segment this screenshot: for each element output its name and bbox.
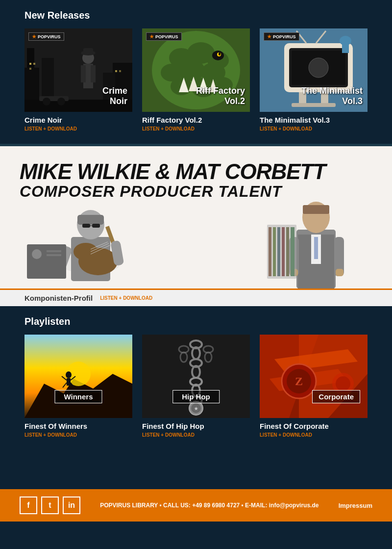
svg-point-14 xyxy=(57,98,65,105)
minimalist-cover: ★ POPVIRUS xyxy=(260,28,368,112)
svg-rect-50 xyxy=(342,44,349,53)
new-releases-title: New Releases xyxy=(24,10,368,21)
popvirus-badge-crime-noir: ★ POPVIRUS xyxy=(28,32,64,41)
komponisten-label: Komponisten-Profil xyxy=(24,294,93,302)
svg-point-123 xyxy=(336,376,350,391)
footer-spacer xyxy=(0,450,392,489)
star-icon: ★ xyxy=(267,34,271,39)
svg-rect-72 xyxy=(47,254,61,256)
svg-text:Z: Z xyxy=(295,375,303,388)
footer-social: f t in xyxy=(20,497,80,514)
crime-noir-title: Crime Noir xyxy=(24,116,132,124)
svg-rect-9 xyxy=(115,70,117,72)
svg-rect-59 xyxy=(92,224,100,228)
winners-svg xyxy=(24,335,132,418)
playlist-corporate: Z Corporate Finest Of Corporate LISTEN +… xyxy=(260,335,368,438)
svg-rect-7 xyxy=(33,63,35,65)
svg-point-38 xyxy=(219,52,220,55)
svg-rect-87 xyxy=(282,227,285,276)
footer-info: POPVIRUS LIBRARY • CALL US: +49 89 6980 … xyxy=(80,502,339,509)
hiphop-svg: ★ xyxy=(142,335,250,418)
svg-rect-71 xyxy=(47,250,61,252)
star-icon: ★ xyxy=(32,34,36,39)
facebook-button[interactable]: f xyxy=(20,497,37,514)
playlist-hiphop: ★ Hip Hop Finest Of Hip Hop LISTEN + DOW… xyxy=(142,335,250,438)
album-riff-factory: ★ POPVIRUS xyxy=(142,28,250,131)
banner-title-line2: COMPOSER PRODUCER TALENT xyxy=(20,183,325,201)
banner-section: MIKE WILKIE & MAT CORBETT COMPOSER PRODU… xyxy=(0,146,392,288)
riff-factory-title: Riff Factory Vol.2 xyxy=(142,116,250,124)
twitter-button[interactable]: t xyxy=(41,497,59,514)
hiphop-cover: ★ Hip Hop xyxy=(142,335,250,418)
svg-rect-10 xyxy=(119,70,121,72)
svg-rect-86 xyxy=(277,227,280,276)
svg-rect-89 xyxy=(291,227,294,276)
svg-rect-6 xyxy=(29,63,31,65)
svg-point-93 xyxy=(66,371,72,378)
popvirus-badge-minimalist: ★ POPVIRUS xyxy=(264,32,299,41)
playlisten-section: Playlisten xyxy=(0,306,392,450)
corporate-svg: Z xyxy=(260,335,368,418)
minimalist-listen[interactable]: LISTEN + DOWNLOAD xyxy=(260,126,368,131)
footer: f t in POPVIRUS LIBRARY • CALL US: +49 8… xyxy=(0,489,392,522)
komponisten-link[interactable]: LISTEN + DOWNLOAD xyxy=(100,295,152,301)
corporate-cover: Z Corporate xyxy=(260,335,368,418)
corporate-title: Finest Of Corporate xyxy=(260,422,368,430)
hiphop-label: Hip Hop xyxy=(172,390,220,403)
albums-grid: ★ POPVIRUS xyxy=(24,28,368,131)
banner-text: MIKE WILKIE & MAT CORBETT COMPOSER PRODU… xyxy=(20,161,325,201)
svg-rect-8 xyxy=(29,68,31,70)
winners-title: Finest Of Winners xyxy=(24,422,132,430)
svg-rect-69 xyxy=(27,244,66,279)
svg-rect-58 xyxy=(82,224,90,228)
svg-point-62 xyxy=(74,243,98,261)
star-icon: ★ xyxy=(149,34,154,39)
corporate-listen[interactable]: LISTEN + DOWNLOAD xyxy=(260,432,368,438)
svg-rect-82 xyxy=(336,269,343,276)
svg-rect-70 xyxy=(32,249,42,259)
komponisten-bar: Komponisten-Profil LISTEN + DOWNLOAD xyxy=(0,288,392,306)
svg-rect-84 xyxy=(269,227,271,276)
svg-rect-18 xyxy=(91,65,96,82)
popvirus-badge-riff: ★ POPVIRUS xyxy=(146,32,182,41)
svg-rect-94 xyxy=(67,378,71,386)
playlists-grid: Winners Finest Of Winners LISTEN + DOWNL… xyxy=(24,335,368,438)
riff-factory-listen[interactable]: LISTEN + DOWNLOAD xyxy=(142,126,250,131)
svg-point-48 xyxy=(309,58,328,78)
crime-noir-overlay: Crime Noir xyxy=(102,86,127,107)
minimalist-overlay: The Minimalist Vol.3 xyxy=(301,86,363,107)
album-crime-noir: ★ POPVIRUS xyxy=(24,28,132,131)
svg-rect-20 xyxy=(83,48,93,54)
hiphop-title: Finest Of Hip Hop xyxy=(142,422,250,430)
svg-rect-88 xyxy=(286,227,289,276)
svg-rect-57 xyxy=(77,215,104,225)
svg-rect-85 xyxy=(273,227,276,276)
playlist-winners: Winners Finest Of Winners LISTEN + DOWNL… xyxy=(24,335,132,438)
crime-noir-cover: ★ POPVIRUS xyxy=(24,28,132,112)
hiphop-listen[interactable]: LISTEN + DOWNLOAD xyxy=(142,432,250,438)
svg-rect-17 xyxy=(81,65,86,82)
playlisten-title: Playlisten xyxy=(24,316,368,327)
svg-rect-78 xyxy=(314,237,318,259)
riff-factory-overlay: Riff Factory Vol.2 xyxy=(196,86,245,107)
winners-listen[interactable]: LISTEN + DOWNLOAD xyxy=(24,432,132,438)
minimalist-title: The Minimalist Vol.3 xyxy=(260,116,368,124)
svg-point-13 xyxy=(43,98,50,105)
album-minimalist: ★ POPVIRUS xyxy=(260,28,368,131)
crime-noir-listen[interactable]: LISTEN + DOWNLOAD xyxy=(24,126,132,131)
banner-title-line1: MIKE WILKIE & MAT CORBETT xyxy=(20,161,325,183)
linkedin-button[interactable]: in xyxy=(63,497,80,514)
impressum-link[interactable]: Impressum xyxy=(339,502,372,509)
winners-cover: Winners xyxy=(24,335,132,418)
svg-rect-75 xyxy=(303,205,329,214)
winners-label: Winners xyxy=(54,390,102,403)
corporate-label: Corporate xyxy=(312,390,360,403)
svg-text:★: ★ xyxy=(194,406,198,411)
new-releases-section: New Releases ★ POPVIRUS xyxy=(0,0,392,144)
riff-factory-cover: ★ POPVIRUS xyxy=(142,28,250,112)
